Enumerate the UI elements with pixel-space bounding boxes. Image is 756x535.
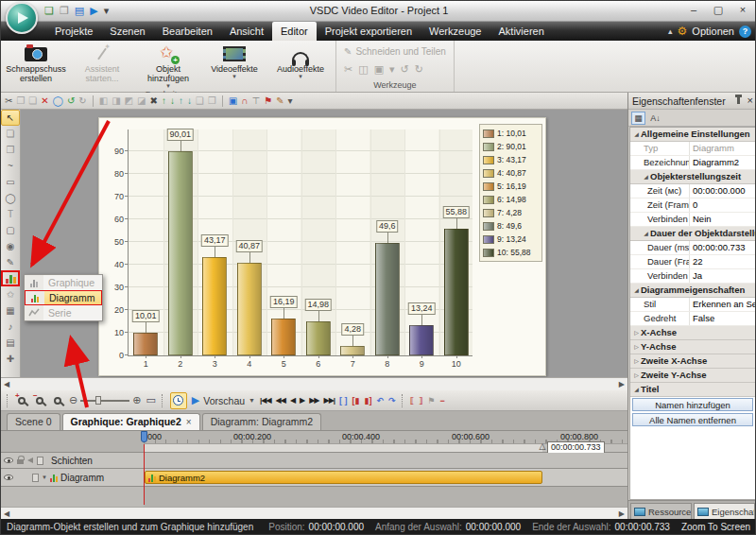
pen-icon[interactable]: ✎ <box>276 94 284 109</box>
tab-resources[interactable]: Ressource... <box>630 503 692 519</box>
property-row-bezeichnung[interactable]: BezeichnungDiagramm2 <box>630 156 755 170</box>
next-frame-button[interactable]: ▶ <box>300 396 304 405</box>
close-icon[interactable]: × <box>747 95 753 106</box>
timeline-zoom-slider[interactable]: ⊖⊕ <box>69 394 141 406</box>
objekt-hinzuf-gen-button[interactable]: Objekt hinzufügen▾ <box>135 42 201 89</box>
zoom-in-icon[interactable]: + <box>15 394 28 407</box>
menu-tab-szenen[interactable]: Szenen <box>101 22 153 41</box>
ungroup-icon[interactable]: ❒ <box>208 94 216 109</box>
property-category-x-achse[interactable]: ▷X-Achse <box>630 326 755 340</box>
properties-window-icon[interactable]: ▣ <box>229 94 237 109</box>
menu-tab-projekt-exportieren[interactable]: Projekt exportieren <box>317 22 421 41</box>
rectangle-tool[interactable]: ▭ <box>1 174 20 190</box>
selection-brackets-icon[interactable]: [ ] <box>339 396 348 406</box>
property-value[interactable]: Diagramm2 <box>689 156 755 169</box>
close-tab-icon[interactable]: × <box>186 414 192 430</box>
split-icon[interactable]: ◫ <box>358 63 368 76</box>
fast-forward-button[interactable]: ▶▶ <box>309 396 318 405</box>
menu-tab-bearbeiten[interactable]: Bearbeiten <box>154 22 221 41</box>
bar-5[interactable] <box>271 319 296 355</box>
schnappschuss-erstellen-button[interactable]: Schnappschuss erstellen <box>3 42 69 89</box>
remove-marker-icon[interactable]: − <box>439 396 444 406</box>
timeline-tab-graphique-graphique2[interactable]: Graphique: Graphique2× <box>62 413 200 430</box>
loop-back-icon[interactable]: ↶ <box>376 396 384 406</box>
scroll-left-icon[interactable]: ◀ <box>4 509 9 518</box>
text-tool[interactable]: T <box>1 206 20 222</box>
send-back-icon[interactable]: ↓ <box>170 94 175 109</box>
visibility-column-icon[interactable] <box>4 457 13 463</box>
track-dropdown-icon[interactable]: ▼ <box>42 475 47 480</box>
flag-icon[interactable]: ⚑ <box>427 396 435 406</box>
timeline-tab-scene-0[interactable]: Scene 0 <box>7 413 60 430</box>
property-row-dauer-ms-[interactable]: Dauer (ms)00:00:00.733 <box>630 241 755 255</box>
bar-1[interactable] <box>133 333 158 355</box>
scroll-right-icon[interactable]: ▶ <box>619 509 625 518</box>
track-row-content[interactable]: Diagramm2 <box>144 469 627 487</box>
property-row-gedreht[interactable]: GedrehtFalse <box>630 312 755 326</box>
minimize-button[interactable]: – <box>683 3 704 18</box>
go-end-button[interactable]: ▶▶| <box>324 396 335 405</box>
paste-icon[interactable]: ❏ <box>28 94 37 109</box>
categorized-view-icon[interactable]: ▦ <box>631 112 645 125</box>
property-value[interactable]: 00:00:00.733 <box>689 241 755 254</box>
webcam-tool[interactable]: ◉ <box>1 238 20 254</box>
property-value[interactable]: Ja <box>689 269 755 283</box>
slider-track[interactable] <box>80 400 129 402</box>
align-bottom-icon[interactable]: ◪ <box>137 94 146 109</box>
property-row-verbinden-m[interactable]: Verbinden mNein <box>630 213 755 227</box>
group-icon[interactable]: ❑ <box>196 94 204 109</box>
pointer-tool[interactable]: ↖ <box>1 110 20 126</box>
property-value[interactable]: Nein <box>689 213 755 226</box>
add-names-button[interactable]: Namen hinzufügen <box>632 398 753 411</box>
property-value[interactable]: Erkennen an Serie <box>689 298 755 311</box>
bar-2[interactable] <box>168 151 193 355</box>
move-tool[interactable]: ✚ <box>1 351 20 367</box>
scroll-left-icon[interactable]: ◀ <box>4 380 9 388</box>
cut-icon[interactable]: ✂ <box>5 94 12 109</box>
marker-flag-icon[interactable]: ⚑ <box>264 94 272 109</box>
menu-tab-aktivieren[interactable]: Aktivieren <box>490 22 552 41</box>
zoom-selection-icon[interactable] <box>51 394 64 407</box>
property-category-y-achse[interactable]: ▷Y-Achse <box>630 340 755 354</box>
gear-icon[interactable]: ⚙ <box>678 25 688 38</box>
expander-icon[interactable]: ▷ <box>632 340 641 354</box>
alphabetical-sort-icon[interactable]: A↓ <box>648 112 662 125</box>
timeline-tab-diagramm-diagramm2[interactable]: Diagramm: Diagramm2 <box>202 413 322 430</box>
property-value[interactable]: 0 <box>689 198 755 212</box>
toolbar-overflow[interactable]: ▾ <box>288 94 293 109</box>
audio-tool[interactable]: ♪ <box>1 319 20 335</box>
preview-button[interactable]: ▶Vorschau▼ <box>192 394 255 406</box>
property-row-typ[interactable]: TypDiagramm <box>630 142 755 156</box>
menu-tab-projekte[interactable]: Projekte <box>46 22 101 41</box>
screen-capture-tool[interactable]: ▢ <box>1 222 20 238</box>
track-row-header[interactable]: ▼ Diagramm <box>1 469 144 487</box>
bar-3[interactable] <box>202 257 227 355</box>
bar-6[interactable] <box>306 321 331 355</box>
move-up-icon[interactable]: ↑ <box>179 94 183 109</box>
select-none-icon[interactable]: ◯ <box>53 94 63 109</box>
diagram-clip[interactable]: Diagramm2 <box>145 471 542 484</box>
bar-7[interactable] <box>340 346 365 355</box>
property-row-verbinden-m[interactable]: Verbinden mJa <box>630 269 755 284</box>
delete-icon[interactable]: ✕ <box>41 94 48 109</box>
ellipse-tool[interactable]: ◯ <box>1 190 20 206</box>
image-tool[interactable]: ▦ <box>1 302 20 319</box>
property-row-stil[interactable]: StilErkennen an Serie <box>630 298 755 312</box>
sketch-tool[interactable]: ✎ <box>1 254 20 270</box>
slider-thumb[interactable] <box>95 396 101 405</box>
property-row-dauer-frame[interactable]: Dauer (Frame22 <box>630 255 755 269</box>
bar-8[interactable] <box>375 243 400 355</box>
bar-10[interactable] <box>444 229 469 355</box>
go-start-button[interactable]: |◀◀ <box>260 396 271 405</box>
align-right-icon[interactable]: ◨ <box>112 94 120 109</box>
chart-object[interactable]: 010203040506070809010,01190,01243,17340,… <box>98 117 546 376</box>
playhead-handle[interactable] <box>141 431 147 442</box>
collapse-ribbon-icon[interactable]: ▴ <box>668 26 673 36</box>
property-category-titel[interactable]: ◢Titel <box>630 383 755 397</box>
audioeffekte-button[interactable]: Audioeffekte▾ <box>267 42 334 89</box>
property-category-dauer-der-objektdarstellung[interactable]: ◢Dauer der Objektdarstellung <box>630 227 755 241</box>
video-tool[interactable]: ▤ <box>1 335 20 351</box>
copy-icon[interactable]: ❐ <box>16 94 25 109</box>
slider-minus-icon[interactable]: ⊖ <box>69 394 77 406</box>
maximize-button[interactable]: ▢ <box>708 3 729 18</box>
